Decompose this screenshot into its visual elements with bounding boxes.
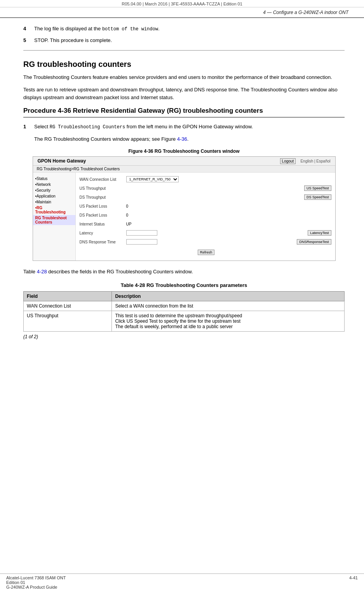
step-1-result-text: The RG Troubleshooting Counters window a… xyxy=(34,135,345,143)
rg-para1: The Troubleshooting Counters feature ena… xyxy=(23,73,345,81)
footer-product: Alcatel-Lucent 7368 ISAM ONTEdition 01G-… xyxy=(6,575,66,589)
gw-row-us-packet-loss: US Packet Loss 0 xyxy=(80,203,331,210)
gw-lang-links[interactable]: English | Español xyxy=(300,159,330,163)
param-table: Field Description WAN Connection List Se… xyxy=(23,291,345,332)
gw-title-text: GPON Home Gateway xyxy=(38,158,86,164)
gw-nav-security[interactable]: •Security xyxy=(33,187,75,193)
gw-label-ds-throughput: DS Throughput xyxy=(80,195,126,199)
gw-label-us-throughput: US Throughput xyxy=(80,186,126,191)
figure-box: GPON Home Gateway Logout English | Españ… xyxy=(33,156,336,261)
table-cell-field-2: US Throughput xyxy=(24,311,112,331)
gw-header: GPON Home Gateway Logout English | Españ… xyxy=(33,157,335,166)
gw-row-dns: DNS Response Time DNSResponseTest xyxy=(80,238,331,245)
table-header-field: Field xyxy=(24,291,112,301)
section-divider xyxy=(23,50,345,51)
table-caption: Table 4-28 RG Troubleshooting Counters p… xyxy=(23,282,345,288)
rg-para2: Tests are run to retrieve upstream and d… xyxy=(23,86,345,101)
step-4-text: The log file is displayed at the bottom … xyxy=(34,26,345,32)
gw-row-latency: Latency LatencyTest xyxy=(80,229,331,236)
rg-section-heading: RG troubleshooting counters xyxy=(23,60,345,69)
figure-link[interactable]: 4-36 xyxy=(177,136,187,142)
table-row: WAN Connection List Select a WAN connect… xyxy=(24,301,345,311)
gw-nav-network[interactable]: •Network xyxy=(33,182,75,187)
gw-label-ds-packet-loss: DS Packet Loss xyxy=(80,213,126,217)
main-content: 4 The log file is displayed at the botto… xyxy=(0,18,364,351)
gw-nav-application[interactable]: •Application xyxy=(33,193,75,199)
gw-row-us-throughput: US Throughput US SpeedTest xyxy=(80,185,331,192)
proc-step-1-number: 1 xyxy=(23,124,34,130)
gw-input-dns[interactable] xyxy=(126,239,157,245)
gw-value-ds-packet-loss: 0 xyxy=(126,213,331,217)
gw-input-latency[interactable] xyxy=(126,230,157,236)
gw-header-right: Logout English | Español xyxy=(280,159,331,163)
step-1-result: The RG Troubleshooting Counters window a… xyxy=(34,135,345,143)
table-desc-link[interactable]: 4-28 xyxy=(37,269,47,275)
gw-label-wan: WAN Connection List xyxy=(80,177,126,182)
gw-value-dns xyxy=(126,239,296,245)
table-cell-desc-2: This test is used to determine the upstr… xyxy=(112,311,345,331)
gw-nav-status[interactable]: •Status xyxy=(33,176,75,182)
step-4-number: 4 xyxy=(23,26,34,32)
header-sub-line: 4 — Configure a G-240WZ-A indoor ONT xyxy=(263,10,348,15)
gw-btn-latency-container: LatencyTest xyxy=(306,230,331,236)
figure-caption: Figure 4-36 RG Troubleshooting Counters … xyxy=(23,149,345,154)
gw-label-us-packet-loss: US Packet Loss xyxy=(80,204,126,208)
table-header-description: Description xyxy=(112,291,345,301)
gw-btn-us-speedtest[interactable]: US SpeedTest xyxy=(304,185,331,191)
gw-btn-dns-container: DNSResponseTest xyxy=(295,239,331,245)
gw-nav-rg-troubleshooting[interactable]: •RG Troubleshooting xyxy=(33,205,75,215)
gw-select-wan[interactable]: 1_INTERNET_R_VID_750 xyxy=(126,176,179,182)
page-header: R05.04.00 | March 2016 | 3FE-45933-AAAA-… xyxy=(0,0,364,7)
gw-form-content: WAN Connection List 1_INTERNET_R_VID_750… xyxy=(76,173,335,261)
procedure-heading: Procedure 4-36 Retrieve Residential Gate… xyxy=(23,106,345,117)
gw-value-internet-status: UP xyxy=(126,222,331,226)
header-top-line: R05.04.00 | March 2016 | 3FE-45933-AAAA-… xyxy=(122,2,242,6)
gw-row-internet-status: Internet Status UP xyxy=(80,220,331,227)
step-5-row: 5 STOP. This procedure is complete. xyxy=(23,37,345,43)
gw-breadcrumb-bar: RG Troubleshooting>RG Troubleshoot Count… xyxy=(33,166,335,173)
table-cell-desc-1: Select a WAN connection from the list xyxy=(112,301,345,311)
gw-label-internet-status: Internet Status xyxy=(80,222,126,226)
proc-step-1-text: Select RG Troubleshooting Counters from … xyxy=(34,124,345,130)
gw-btn-latencytest[interactable]: LatencyTest xyxy=(308,230,331,236)
footer-left: Alcatel-Lucent 7368 ISAM ONTEdition 01G-… xyxy=(6,575,66,589)
gw-label-latency: Latency xyxy=(80,231,126,235)
gw-value-wan[interactable]: 1_INTERNET_R_VID_750 xyxy=(126,176,331,182)
gw-value-us-packet-loss: 0 xyxy=(126,204,331,208)
gw-btn-refresh[interactable]: Refresh xyxy=(198,250,215,255)
gw-value-ds-throughput: DS SpeedTest xyxy=(126,194,331,200)
gw-btn-ds-speedtest[interactable]: DS SpeedTest xyxy=(304,194,331,200)
table-description: Table 4-28 describes the fields in the R… xyxy=(23,268,345,276)
footer-right: 4-41 xyxy=(349,575,358,589)
gw-nav: •Status •Network •Security •Application … xyxy=(33,173,76,261)
gw-body: •Status •Network •Security •Application … xyxy=(33,173,335,261)
footnote-label: (1 of 2) xyxy=(23,334,345,339)
gw-value-latency xyxy=(126,230,307,236)
gw-footer: Refresh xyxy=(80,247,331,257)
step-4-mono: bottom of the window xyxy=(102,26,158,32)
step-5-number: 5 xyxy=(23,37,34,43)
proc-step-1-row: 1 Select RG Troubleshooting Counters fro… xyxy=(23,124,345,130)
table-cell-field-1: WAN Connection List xyxy=(24,301,112,311)
proc-step-1-mono: RG Troubleshooting Counters xyxy=(50,124,125,130)
gw-title: GPON Home Gateway xyxy=(38,158,86,164)
gw-nav-maintain[interactable]: •Maintain xyxy=(33,199,75,205)
gw-btn-dnsresponsetest[interactable]: DNSResponseTest xyxy=(297,239,331,245)
table-row: US Throughput This test is used to deter… xyxy=(24,311,345,331)
gw-value-us-throughput: US SpeedTest xyxy=(126,185,331,191)
page-subheader: 4 — Configure a G-240WZ-A indoor ONT xyxy=(0,7,364,18)
page-footer: Alcatel-Lucent 7368 ISAM ONTEdition 01G-… xyxy=(0,574,364,591)
gw-breadcrumb-text: RG Troubleshooting>RG Troubleshoot Count… xyxy=(37,167,120,171)
step-5-text: STOP. This procedure is complete. xyxy=(34,37,345,43)
gw-logout-btn[interactable]: Logout xyxy=(280,158,296,164)
gw-row-ds-throughput: DS Throughput DS SpeedTest xyxy=(80,194,331,201)
step-4-row: 4 The log file is displayed at the botto… xyxy=(23,26,345,32)
gw-row-wan: WAN Connection List 1_INTERNET_R_VID_750 xyxy=(80,176,331,183)
gw-label-dns: DNS Response Time xyxy=(80,240,126,244)
gw-nav-rg-troubleshoot-counters[interactable]: RG Troubleshoot Counters xyxy=(33,215,75,225)
gw-row-ds-packet-loss: DS Packet Loss 0 xyxy=(80,212,331,219)
